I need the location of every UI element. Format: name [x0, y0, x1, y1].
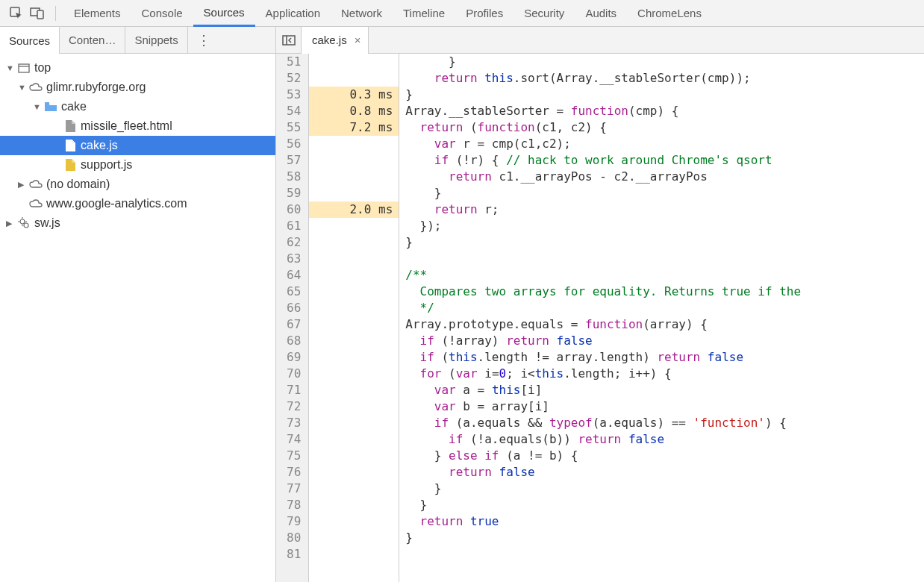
tree-file[interactable]: support.js	[0, 155, 275, 175]
panel-tab-security[interactable]: Security	[513, 0, 575, 27]
timing-cell	[309, 398, 399, 415]
code-line[interactable]: Array.prototype.equals = function(array)…	[399, 316, 924, 333]
code-line[interactable]	[399, 546, 924, 563]
line-number[interactable]: 76	[276, 464, 308, 481]
code-line[interactable]: Compares two arrays for equality. Return…	[399, 284, 924, 300]
code-line[interactable]: if (!a.equals(b)) return false	[399, 431, 924, 448]
line-number[interactable]: 78	[276, 497, 308, 513]
line-number[interactable]: 53	[276, 87, 308, 103]
panel-tab-sources[interactable]: Sources	[193, 0, 255, 27]
code-line[interactable]: return true	[399, 513, 924, 530]
panel-tab-chromelens[interactable]: ChromeLens	[627, 0, 712, 27]
line-number[interactable]: 79	[276, 513, 308, 530]
panel-tab-timeline[interactable]: Timeline	[393, 0, 455, 27]
code-line[interactable]: */	[399, 300, 924, 316]
code-line[interactable]: var b = array[i]	[399, 398, 924, 415]
code-line[interactable]: var r = cmp(c1,c2);	[399, 136, 924, 152]
line-number[interactable]: 52	[276, 70, 308, 87]
code-line[interactable]: }	[399, 497, 924, 513]
code-line[interactable]: }	[399, 185, 924, 201]
code-line[interactable]: if (a.equals && typeof(a.equals) == 'fun…	[399, 415, 924, 431]
line-number[interactable]: 70	[276, 366, 308, 382]
code-line[interactable]: if (this.length != array.length) return …	[399, 349, 924, 366]
line-number[interactable]: 77	[276, 481, 308, 497]
code-line[interactable]: /**	[399, 267, 924, 284]
tree-label: cake	[61, 100, 87, 113]
panel-tab-application[interactable]: Application	[255, 0, 331, 27]
code-line[interactable]: }	[399, 530, 924, 546]
sidebar-tab[interactable]: Conten…	[60, 27, 125, 54]
line-number[interactable]: 61	[276, 218, 308, 234]
panel-tab-elements[interactable]: Elements	[63, 0, 131, 27]
line-number[interactable]: 80	[276, 530, 308, 546]
line-number[interactable]: 69	[276, 349, 308, 366]
timing-cell	[309, 70, 399, 87]
code-line[interactable]: if (!array) return false	[399, 333, 924, 349]
code-line[interactable]: }	[399, 54, 924, 70]
code-content[interactable]: } return this.sort(Array.__stableSorter(…	[399, 54, 924, 582]
close-icon[interactable]: ×	[355, 34, 361, 46]
code-line[interactable]: }	[399, 87, 924, 103]
more-icon[interactable]: ⋮	[188, 32, 219, 48]
line-number[interactable]: 59	[276, 185, 308, 201]
line-number[interactable]: 81	[276, 546, 308, 563]
line-number[interactable]: 67	[276, 316, 308, 333]
tree-top[interactable]: ▼ top	[0, 58, 275, 78]
code-line[interactable]: for (var i=0; i<this.length; i++) {	[399, 366, 924, 382]
code-line[interactable]: return this.sort(Array.__stableSorter(cm…	[399, 70, 924, 87]
code-line[interactable]: return false	[399, 464, 924, 481]
line-number[interactable]: 56	[276, 136, 308, 152]
line-number[interactable]: 72	[276, 398, 308, 415]
line-number[interactable]: 51	[276, 54, 308, 70]
tree-domain[interactable]: ▼ glimr.rubyforge.org	[0, 78, 275, 97]
code-line[interactable]: }	[399, 234, 924, 251]
panel-tab-profiles[interactable]: Profiles	[455, 0, 513, 27]
file-icon	[63, 120, 78, 132]
sidebar-tab[interactable]: Sources	[0, 27, 60, 54]
line-number[interactable]: 62	[276, 234, 308, 251]
tree-file-selected[interactable]: cake.js	[0, 136, 275, 155]
tree-label: support.js	[81, 158, 132, 172]
code-line[interactable]: Array.__stableSorter = function(cmp) {	[399, 103, 924, 119]
code-line[interactable]: } else if (a != b) {	[399, 448, 924, 464]
code-line[interactable]: return r;	[399, 201, 924, 218]
line-number[interactable]: 68	[276, 333, 308, 349]
editor-tab[interactable]: cake.js ×	[302, 27, 369, 54]
panel-tab-network[interactable]: Network	[331, 0, 393, 27]
tree-domain[interactable]: ▶ www.google-analytics.com	[0, 194, 275, 213]
timing-cell	[309, 300, 399, 316]
line-number[interactable]: 63	[276, 251, 308, 267]
code-line[interactable]	[399, 251, 924, 267]
panel-tab-console[interactable]: Console	[131, 0, 193, 27]
tab-label: cake.js	[312, 34, 347, 46]
tree-folder[interactable]: ▼ cake	[0, 97, 275, 116]
sidebar-tab[interactable]: Snippets	[125, 27, 187, 54]
tree-file[interactable]: missile_fleet.html	[0, 116, 275, 136]
code-line[interactable]: }	[399, 481, 924, 497]
line-number[interactable]: 55	[276, 119, 308, 136]
panel-tab-audits[interactable]: Audits	[575, 0, 627, 27]
tree-domain[interactable]: ▶ (no domain)	[0, 175, 275, 194]
line-number[interactable]: 54	[276, 103, 308, 119]
timing-cell	[309, 382, 399, 398]
device-toggle-icon[interactable]	[27, 3, 48, 24]
line-number[interactable]: 64	[276, 267, 308, 284]
code-line[interactable]: var a = this[i]	[399, 382, 924, 398]
line-number[interactable]: 71	[276, 382, 308, 398]
line-number[interactable]: 60	[276, 201, 308, 218]
line-number[interactable]: 74	[276, 431, 308, 448]
code-line[interactable]: });	[399, 218, 924, 234]
code-line[interactable]: return c1.__arrayPos - c2.__arrayPos	[399, 169, 924, 185]
line-number[interactable]: 75	[276, 448, 308, 464]
line-number[interactable]: 73	[276, 415, 308, 431]
line-number[interactable]: 58	[276, 169, 308, 185]
code-line[interactable]: if (!r) { // hack to work around Chrome'…	[399, 152, 924, 169]
toggle-navigator-icon[interactable]	[276, 27, 302, 54]
line-number[interactable]: 65	[276, 284, 308, 300]
tree-serviceworker[interactable]: ▶ sw.js	[0, 213, 275, 233]
code-editor[interactable]: 5152535455565758596061626364656667686970…	[276, 54, 924, 582]
inspect-icon[interactable]	[6, 3, 27, 24]
code-line[interactable]: return (function(c1, c2) {	[399, 119, 924, 136]
line-number[interactable]: 66	[276, 300, 308, 316]
line-number[interactable]: 57	[276, 152, 308, 169]
